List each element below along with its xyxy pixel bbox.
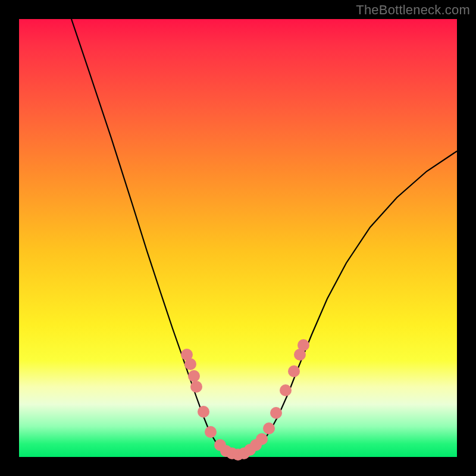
watermark-text: TheBottleneck.com [356, 2, 470, 18]
curve-marker [188, 370, 200, 382]
curve-marker [280, 384, 292, 396]
curve-marker [298, 339, 309, 351]
curve-marker [256, 433, 268, 445]
curve-marker [270, 407, 282, 419]
chart-svg [19, 19, 457, 457]
chart-frame: TheBottleneck.com [0, 0, 476, 476]
curve-marker [190, 381, 202, 393]
curve-marker [288, 365, 300, 377]
curve-marker [184, 358, 196, 370]
curve-marker [198, 406, 209, 418]
marker-layer [181, 339, 309, 461]
curve-marker [263, 422, 275, 434]
bottleneck-curve [71, 19, 457, 456]
curve-marker [205, 426, 217, 438]
